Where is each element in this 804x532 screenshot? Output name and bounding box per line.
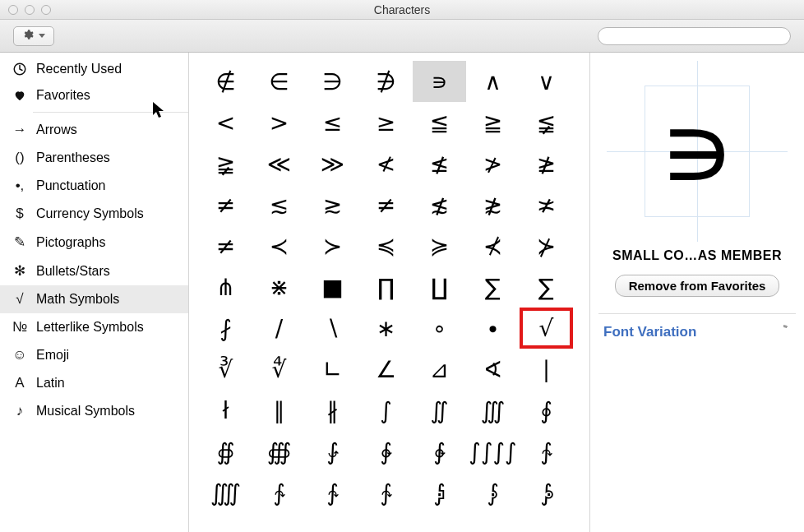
character-cell[interactable]: ≠ — [359, 184, 413, 225]
character-cell[interactable]: ∟ — [306, 349, 359, 390]
character-cell[interactable]: ∉ — [199, 61, 252, 102]
character-cell[interactable]: ∱ — [306, 472, 359, 513]
character-cell[interactable]: ∥ — [252, 390, 306, 431]
sidebar-item-emoji[interactable]: ☺Emoji — [0, 341, 188, 369]
font-variation-label: Font Variation — [603, 324, 696, 340]
character-cell[interactable]: ≮ — [359, 143, 413, 184]
search-input[interactable] — [598, 27, 791, 45]
character-cell[interactable]: ∐ — [413, 266, 466, 308]
character-cell[interactable]: ∑ — [466, 266, 520, 308]
character-cell[interactable]: ≱ — [520, 143, 573, 184]
character-cell[interactable]: ∗ — [359, 308, 413, 349]
character-cell[interactable]: ∯ — [199, 431, 252, 472]
character-cell[interactable]: ∲ — [413, 431, 466, 472]
character-cell[interactable]: > — [252, 102, 306, 143]
character-cell[interactable]: ≦ — [413, 102, 466, 143]
sidebar-item-musical-symbols[interactable]: ♪Musical Symbols — [0, 397, 188, 425]
character-cell[interactable]: ≴ — [413, 184, 466, 225]
character-cell[interactable]: ≰ — [413, 143, 466, 184]
character-cell[interactable]: ∱ — [252, 472, 306, 513]
character-cell[interactable]: ≼ — [359, 225, 413, 266]
character-cell[interactable]: ≠ — [199, 184, 252, 225]
character-cell[interactable]: ∫∫∫∫ — [466, 431, 520, 472]
character-cell[interactable]: ≭ — [520, 184, 573, 225]
character-cell[interactable]: ≧ — [466, 102, 520, 143]
character-cell[interactable]: ≺ — [252, 225, 306, 266]
character-cell[interactable]: ∙ — [466, 308, 520, 349]
sidebar-item-parentheses[interactable]: ()Parentheses — [0, 144, 188, 172]
category-icon: √ — [12, 291, 28, 308]
sidebar-item-bullets-stars[interactable]: ✻Bullets/Stars — [0, 257, 188, 285]
sidebar-item-pictographs[interactable]: ✎Pictographs — [0, 228, 188, 257]
character-cell[interactable]: ∋ — [306, 61, 359, 102]
character-cell[interactable]: ⊿ — [413, 349, 466, 390]
character-cell[interactable]: ⨏ — [199, 308, 252, 349]
sidebar-item-arrows[interactable]: →Arrows — [0, 116, 188, 144]
character-cell[interactable]: ∰ — [252, 431, 306, 472]
category-icon: $ — [12, 206, 28, 222]
font-variation-row[interactable]: Font Variation — [598, 324, 796, 340]
character-cell[interactable]: ≽ — [413, 225, 466, 266]
character-cell[interactable]: ∲ — [359, 431, 413, 472]
character-cell[interactable]: ≳ — [306, 184, 359, 225]
character-cell[interactable]: ■ — [306, 266, 359, 308]
character-cell[interactable]: ∏ — [359, 266, 413, 308]
character-cell[interactable]: ∮ — [520, 390, 573, 431]
character-cell[interactable]: ≯ — [466, 143, 520, 184]
character-cell[interactable]: ⨌ — [199, 472, 252, 513]
character-cell[interactable]: ⨓ — [466, 472, 520, 513]
character-cell[interactable]: ∭ — [466, 390, 520, 431]
character-cell[interactable]: ł — [199, 390, 252, 431]
character-cell[interactable]: ∛ — [199, 349, 252, 390]
character-cell[interactable]: ∈ — [252, 61, 306, 102]
character-cell[interactable]: ⊀ — [466, 225, 520, 266]
sidebar-item-currency-symbols[interactable]: $Currency Symbols — [0, 200, 188, 228]
character-cell[interactable]: ∧ — [466, 61, 520, 102]
sidebar-item-latin[interactable]: ALatin — [0, 369, 188, 397]
character-cell[interactable]: ≩ — [199, 143, 252, 184]
character-cell[interactable]: ⨑ — [306, 431, 359, 472]
character-cell[interactable]: ∨ — [520, 61, 573, 102]
character-cell[interactable]: ∌ — [359, 61, 413, 102]
character-cell[interactable]: ∬ — [413, 390, 466, 431]
character-cell[interactable]: ≫ — [306, 143, 359, 184]
character-cell[interactable]: ≪ — [252, 143, 306, 184]
character-cell[interactable]: / — [252, 308, 306, 349]
character-cell[interactable]: ≲ — [252, 184, 306, 225]
sidebar-item-math-symbols[interactable]: √Math Symbols — [0, 285, 188, 313]
character-cell[interactable]: ⨒ — [413, 472, 466, 513]
character-cell[interactable]: < — [199, 102, 252, 143]
character-cell[interactable]: ∦ — [306, 390, 359, 431]
sidebar-item-recently-used[interactable]: Recently Used — [0, 56, 188, 82]
character-cell[interactable]: ∜ — [252, 349, 306, 390]
character-cell[interactable]: ⨔ — [520, 472, 573, 513]
character-cell[interactable]: ∢ — [466, 349, 520, 390]
character-cell[interactable]: ≵ — [466, 184, 520, 225]
character-cell[interactable]: ≥ — [359, 102, 413, 143]
sidebar-item-punctuation[interactable]: •,Punctuation — [0, 172, 188, 200]
sidebar-item-letterlike-symbols[interactable]: №Letterlike Symbols — [0, 313, 188, 341]
character-cell[interactable]: ⋔ — [199, 266, 252, 308]
sidebar-item-label: Emoji — [36, 348, 69, 363]
character-cell[interactable]: ∖ — [306, 308, 359, 349]
character-cell[interactable]: ∣ — [520, 349, 573, 390]
character-cell[interactable]: ≤ — [306, 102, 359, 143]
character-cell[interactable]: ≨ — [520, 102, 573, 143]
gear-dropdown-button[interactable] — [13, 26, 54, 46]
character-cell[interactable]: ∱ — [359, 472, 413, 513]
character-cell[interactable]: ∠ — [359, 349, 413, 390]
character-cell[interactable]: ∱ — [520, 431, 573, 472]
character-cell[interactable]: ≠ — [199, 225, 252, 266]
character-cell[interactable]: ≻ — [306, 225, 359, 266]
character-cell[interactable]: ∍ — [413, 61, 466, 102]
sidebar-separator — [33, 112, 188, 113]
character-cell[interactable]: ⊁ — [520, 225, 573, 266]
character-cell[interactable]: ∑ — [520, 266, 573, 308]
character-cell[interactable]: ∫ — [359, 390, 413, 431]
remove-from-favorites-button[interactable]: Remove from Favorites — [615, 275, 780, 297]
character-cell[interactable]: √ — [520, 308, 573, 349]
sidebar-item-favorites[interactable]: Favorites — [0, 82, 188, 109]
sidebar-item-label: Favorites — [36, 88, 90, 103]
character-cell[interactable]: ∘ — [413, 308, 466, 349]
character-cell[interactable]: ⋇ — [252, 266, 306, 308]
